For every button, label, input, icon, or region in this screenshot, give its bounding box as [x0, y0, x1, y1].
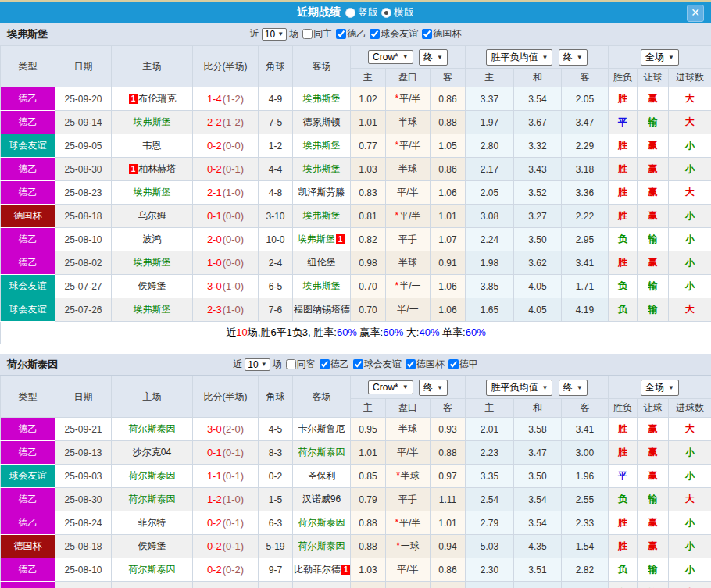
match-row: 德乙25-09-13沙尔克040-1(0-1)8-3荷尔斯泰因1.01平/半0.…: [1, 441, 711, 465]
result-handicap: 输: [638, 228, 669, 251]
handicap-away-odds: 0.86: [431, 87, 466, 111]
summary-segment: 60%: [337, 326, 357, 338]
checkbox[interactable]: [336, 29, 346, 39]
summary-segment: 场,胜6平1负3, 胜率:: [248, 326, 337, 338]
scope-select[interactable]: 全场▼: [641, 49, 679, 66]
result-wdl: 胜: [609, 251, 638, 275]
handicap-away-odds: 0.86: [431, 558, 466, 582]
result-goals: 小: [669, 535, 711, 558]
wdl-average-select[interactable]: 胜平负均值▼: [486, 380, 552, 396]
fulltime-score: 2-2: [207, 116, 222, 128]
filter-checkbox[interactable]: 德甲: [448, 358, 478, 371]
handicap-line-text: 平/半: [399, 517, 420, 528]
corner-score: 4-4: [259, 158, 293, 181]
halftime-score: (1-0): [223, 304, 244, 315]
match-row: 德乙25-09-21荷尔斯泰因3-0(2-0)4-5卡尔斯鲁厄0.95半球0.9…: [1, 418, 711, 441]
handicap-final-select[interactable]: 终▼: [419, 49, 448, 66]
away-team: 德累斯顿: [293, 111, 351, 134]
wdl-average-select[interactable]: 胜平负均值▼: [486, 49, 552, 66]
checkbox[interactable]: [353, 359, 363, 369]
home-team: 菲尔特: [112, 511, 193, 535]
checkbox[interactable]: [406, 359, 416, 369]
europe-home-odds: 2.80: [466, 134, 514, 158]
europe-final-select[interactable]: 终▼: [559, 380, 588, 396]
europe-final-value: 终: [563, 381, 573, 394]
handicap-home-odds: 1.03: [351, 158, 386, 181]
filter-checkbox[interactable]: 德国杯: [406, 358, 445, 371]
match-date: 25-07-27: [55, 275, 112, 298]
match-date: 25-09-05: [55, 134, 112, 158]
checkbox[interactable]: [320, 359, 330, 369]
handicap-final-select[interactable]: 终▼: [419, 380, 448, 396]
fulltime-score: 2-3: [207, 304, 222, 315]
away-team: 埃弗斯堡: [293, 87, 351, 111]
europe-home-odds: 1.98: [466, 251, 514, 275]
match-row: 德乙25-08-23埃弗斯堡2-1(1-0)4-8凯泽斯劳滕0.83平/半1.0…: [1, 181, 711, 205]
wdl-average-value: 胜平负均值: [491, 381, 538, 394]
radio-vertical-layout[interactable]: 竖版: [345, 5, 378, 20]
match-row: 德乙25-08-301柏林赫塔0-2(0-1)4-4埃弗斯堡1.03半球0.86…: [1, 158, 711, 181]
red-card-badge: 1: [341, 565, 351, 575]
fulltime-score: 0-2: [207, 564, 222, 576]
chevron-down-icon: ▼: [277, 30, 284, 37]
result-wdl: 负: [609, 582, 638, 588]
handicap-line: 半球: [386, 418, 431, 441]
radio-horizontal-layout[interactable]: 横版: [381, 5, 414, 20]
handicap-home-odds: 0.77: [351, 134, 386, 158]
chevron-down-icon: ▼: [402, 383, 409, 390]
checkbox[interactable]: [422, 29, 432, 39]
result-goals: 大: [669, 418, 711, 441]
handicap-odds-header: Crow*▼ 终▼: [351, 376, 466, 399]
handicap-final-value: 终: [423, 51, 433, 64]
summary-segment: 近: [226, 326, 236, 338]
checkbox[interactable]: [286, 359, 296, 369]
col-header-goals: 进球数: [669, 69, 711, 87]
handicap-away-odds: 0.94: [431, 535, 466, 558]
fulltime-score: 0-2: [207, 163, 222, 175]
europe-home-odds: 2.22: [466, 582, 514, 588]
odds-company-select[interactable]: Crow*▼: [368, 50, 413, 64]
europe-draw-odds: 3.54: [514, 87, 562, 111]
matches-table: 类型 日期 主场 比分(半场) 角球 客场 Crow*▼ 终▼ 胜平负均值▼ 终…: [0, 376, 711, 588]
handicap-away-odds: 0.88: [431, 111, 466, 134]
match-count-select[interactable]: 10▼: [262, 28, 287, 41]
col-header-europe-away: 客: [562, 399, 609, 418]
match-row: 德乙25-09-201布伦瑞克1-4(1-2)4-9埃弗斯堡1.02*平/半0.…: [1, 87, 711, 111]
close-button[interactable]: ✕: [687, 5, 704, 22]
filter-checkbox[interactable]: 德国杯: [422, 27, 461, 41]
match-score: 0-2(0-0): [193, 134, 259, 158]
match-type-badge: 德乙: [1, 87, 55, 111]
europe-home-odds: 2.79: [466, 511, 514, 535]
match-date: 25-08-10: [55, 228, 112, 251]
summary-segment: 60%: [383, 326, 403, 338]
corner-score: 4-8: [259, 181, 293, 205]
wdl-average-value: 胜平负均值: [491, 51, 538, 64]
result-goals: 小: [669, 441, 711, 465]
away-team: 荷尔斯泰因: [293, 441, 351, 465]
early-change-star: *: [395, 210, 398, 221]
scope-select[interactable]: 全场▼: [641, 380, 679, 396]
filter-checkbox[interactable]: 德乙: [320, 358, 349, 371]
result-handicap: 赢: [638, 465, 669, 488]
checkbox[interactable]: [370, 29, 380, 39]
filter-checkbox[interactable]: 德乙: [336, 27, 366, 41]
odds-company-value: Crow*: [373, 52, 398, 62]
filter-checkbox[interactable]: 同主: [302, 27, 332, 41]
match-count-select[interactable]: 10▼: [245, 358, 270, 371]
result-handicap: 赢: [638, 205, 669, 228]
col-header-score: 比分(半场): [193, 46, 259, 87]
checkbox[interactable]: [302, 29, 313, 39]
corner-score: 1-5: [259, 488, 293, 511]
checkbox[interactable]: [448, 359, 459, 369]
europe-final-select[interactable]: 终▼: [559, 49, 588, 66]
odds-company-select[interactable]: Crow*▼: [368, 380, 413, 394]
summary-segment: 单率:: [439, 326, 465, 338]
result-wdl: 胜: [609, 87, 638, 111]
filter-checkbox[interactable]: 同客: [286, 358, 316, 371]
home-team: 波鸿: [112, 228, 193, 251]
filter-checkbox[interactable]: 球会友谊: [353, 358, 402, 371]
checkbox-label: 球会友谊: [364, 358, 402, 371]
handicap-away-odds: 1.07: [431, 228, 466, 251]
away-team: 卡尔斯鲁厄: [293, 418, 351, 441]
filter-checkbox[interactable]: 球会友谊: [370, 27, 418, 41]
